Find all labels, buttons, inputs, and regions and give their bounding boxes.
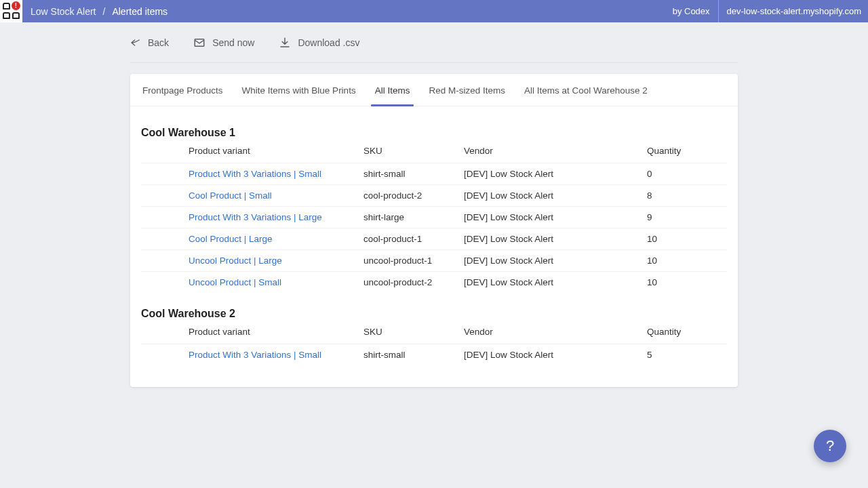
vendor-cell: [DEV] Low Stock Alert: [464, 163, 647, 185]
product-image-cell: [141, 185, 189, 207]
tab-red-m-sized-items[interactable]: Red M-sized Items: [419, 74, 515, 106]
col-quantity: Quantity: [647, 323, 727, 344]
product-image-cell: [141, 344, 189, 366]
alerted-items-card: Frontpage ProductsWhite Items with Blue …: [130, 74, 738, 387]
back-button[interactable]: Back: [130, 37, 169, 48]
table-row: Cool Product | Smallcool-product-2[DEV] …: [141, 185, 727, 207]
card-body: Cool Warehouse 1Product variantSKUVendor…: [130, 106, 738, 387]
quantity-cell: 10: [647, 272, 727, 293]
quantity-cell: 10: [647, 228, 727, 250]
product-variant-link[interactable]: Cool Product | Small: [189, 190, 272, 201]
table-row: Uncool Product | Largeuncool-product-1[D…: [141, 250, 727, 272]
vendor-cell: [DEV] Low Stock Alert: [464, 207, 647, 228]
col-sku: SKU: [363, 323, 464, 344]
sku-cell: shirt-small: [363, 163, 464, 185]
product-image-cell: [141, 228, 189, 250]
col-vendor: Vendor: [464, 323, 647, 344]
warehouse-title: Cool Warehouse 2: [141, 308, 727, 320]
sku-cell: uncool-product-1: [363, 250, 464, 272]
vendor-cell: [DEV] Low Stock Alert: [464, 228, 647, 250]
product-variant-link[interactable]: Product With 3 Variations | Large: [189, 212, 322, 222]
send-now-label: Send now: [212, 37, 254, 48]
quantity-cell: 0: [647, 163, 727, 185]
breadcrumb: Low Stock Alert / Alerted items: [22, 6, 167, 17]
author-label[interactable]: by Codex: [665, 0, 719, 22]
tab-frontpage-products[interactable]: Frontpage Products: [133, 74, 233, 106]
mail-icon: [193, 37, 205, 49]
help-button[interactable]: ?: [814, 430, 846, 462]
product-variant-link[interactable]: Product With 3 Variations | Small: [189, 169, 321, 179]
product-image-cell: [141, 250, 189, 272]
table-row: Product With 3 Variations | Smallshirt-s…: [141, 163, 727, 185]
items-table: Product variantSKUVendorQuantityProduct …: [141, 142, 727, 293]
product-image-cell: [141, 272, 189, 293]
breadcrumb-separator: /: [103, 6, 106, 17]
warehouse-title: Cool Warehouse 1: [141, 127, 727, 139]
col-product-variant: Product variant: [189, 323, 363, 344]
col-quantity: Quantity: [647, 142, 727, 163]
vendor-cell: [DEV] Low Stock Alert: [464, 344, 647, 366]
table-row: Product With 3 Variations | Smallshirt-s…: [141, 344, 727, 366]
quantity-cell: 9: [647, 207, 727, 228]
app-logo: !: [0, 0, 22, 22]
product-image-cell: [141, 207, 189, 228]
tab-all-items[interactable]: All Items: [366, 74, 420, 106]
action-bar: Back Send now Download .csv: [130, 22, 738, 62]
table-row: Uncool Product | Smalluncool-product-2[D…: [141, 272, 727, 293]
top-bar: ! Low Stock Alert / Alerted items by Cod…: [0, 0, 868, 22]
col-product-variant: Product variant: [189, 142, 363, 163]
help-icon: ?: [826, 437, 834, 455]
back-arrow-icon: [130, 37, 141, 48]
product-variant-link[interactable]: Uncool Product | Small: [189, 277, 281, 287]
product-variant-link[interactable]: Uncool Product | Large: [189, 256, 282, 266]
product-image-cell: [141, 163, 189, 185]
warehouse-block: Cool Warehouse 1Product variantSKUVendor…: [141, 127, 727, 293]
vendor-cell: [DEV] Low Stock Alert: [464, 250, 647, 272]
send-now-button[interactable]: Send now: [193, 37, 254, 49]
warehouse-block: Cool Warehouse 2Product variantSKUVendor…: [141, 308, 727, 365]
sku-cell: shirt-large: [363, 207, 464, 228]
vendor-cell: [DEV] Low Stock Alert: [464, 272, 647, 293]
shop-domain-label[interactable]: dev-low-stock-alert.myshopify.com: [719, 0, 861, 22]
alert-badge-icon: !: [12, 1, 20, 10]
sku-cell: cool-product-2: [363, 185, 464, 207]
action-bar-divider: [130, 62, 738, 63]
items-table: Product variantSKUVendorQuantityProduct …: [141, 323, 727, 365]
sku-cell: cool-product-1: [363, 228, 464, 250]
quantity-cell: 8: [647, 185, 727, 207]
col-vendor: Vendor: [464, 142, 647, 163]
tabs: Frontpage ProductsWhite Items with Blue …: [130, 74, 738, 106]
table-row: Cool Product | Largecool-product-1[DEV] …: [141, 228, 727, 250]
table-row: Product With 3 Variations | Largeshirt-l…: [141, 207, 727, 228]
breadcrumb-page: Alerted items: [112, 6, 167, 17]
download-csv-button[interactable]: Download .csv: [279, 37, 359, 49]
tab-white-items-with-blue-prints[interactable]: White Items with Blue Prints: [233, 74, 366, 106]
quantity-cell: 5: [647, 344, 727, 366]
download-csv-label: Download .csv: [298, 37, 359, 48]
vendor-cell: [DEV] Low Stock Alert: [464, 185, 647, 207]
product-variant-link[interactable]: Cool Product | Large: [189, 234, 273, 244]
quantity-cell: 10: [647, 250, 727, 272]
sku-cell: uncool-product-2: [363, 272, 464, 293]
product-variant-link[interactable]: Product With 3 Variations | Small: [189, 350, 321, 360]
tab-all-items-at-cool-warehouse-2[interactable]: All Items at Cool Warehouse 2: [515, 74, 657, 106]
col-sku: SKU: [363, 142, 464, 163]
breadcrumb-app[interactable]: Low Stock Alert: [31, 6, 96, 17]
back-label: Back: [148, 37, 169, 48]
download-icon: [279, 37, 291, 49]
sku-cell: shirt-small: [363, 344, 464, 366]
